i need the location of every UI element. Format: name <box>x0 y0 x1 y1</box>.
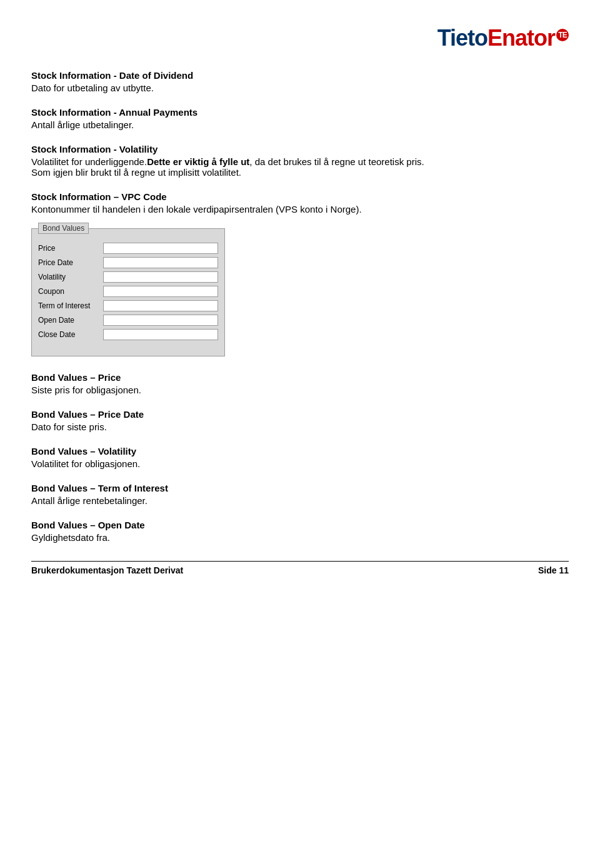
bond-field-price-date: Price Date <box>38 257 218 268</box>
bond-label-coupon: Coupon <box>38 287 101 296</box>
section-body-bond-open-date: Gyldighetsdato fra. <box>31 532 569 543</box>
bond-form: Price Price Date Volatility Coupon Term … <box>38 243 218 340</box>
bond-field-coupon: Coupon <box>38 286 218 297</box>
bond-field-term-of-interest: Term of Interest <box>38 300 218 311</box>
section-body-bond-price: Siste pris for obligasjonen. <box>31 385 569 395</box>
logo-enator: Enator <box>488 25 555 51</box>
bond-field-open-date: Open Date <box>38 315 218 326</box>
logo-badge: TE <box>556 29 569 41</box>
bond-field-volatility: Volatility <box>38 271 218 283</box>
section-title-annual-payments: Stock Information - Annual Payments <box>31 107 569 118</box>
bond-label-close-date: Close Date <box>38 330 101 339</box>
company-logo: TietoEnatorTE <box>438 25 569 51</box>
bond-values-box: Bond Values Price Price Date Volatility … <box>31 228 225 356</box>
section-title-volatility: Stock Information - Volatility <box>31 144 569 154</box>
bond-input-volatility[interactable] <box>103 271 218 283</box>
section-body-date-of-dividend: Dato for utbetaling av utbytte. <box>31 83 569 93</box>
section-bond-price: Bond Values – Price Siste pris for oblig… <box>31 372 569 395</box>
section-body-bond-volatility: Volatilitet for obligasjonen. <box>31 458 569 469</box>
section-body-volatility: Volatilitet for underliggende.Dette er v… <box>31 156 569 167</box>
bond-label-price-date: Price Date <box>38 258 101 267</box>
bond-field-price: Price <box>38 243 218 254</box>
footer-left: Brukerdokumentasjon Tazett Derivat <box>31 565 183 575</box>
section-title-date-of-dividend: Stock Information - Date of Dividend <box>31 70 569 81</box>
section-body-annual-payments: Antall årlige utbetalinger. <box>31 119 569 130</box>
section-date-of-dividend: Stock Information - Date of Dividend Dat… <box>31 70 569 93</box>
volatility-bold: Dette er viktig å fylle ut <box>147 156 249 167</box>
bond-input-open-date[interactable] <box>103 315 218 326</box>
section-title-bond-volatility: Bond Values – Volatility <box>31 446 569 457</box>
bond-label-volatility: Volatility <box>38 273 101 281</box>
section-title-bond-open-date: Bond Values – Open Date <box>31 520 569 530</box>
section-body-vpc-code: Kontonummer til handelen i den lokale ve… <box>31 204 569 214</box>
section-title-bond-price: Bond Values – Price <box>31 372 569 383</box>
logo-area: TietoEnatorTE <box>31 25 569 51</box>
bond-label-term-of-interest: Term of Interest <box>38 301 101 310</box>
section-title-bond-price-date: Bond Values – Price Date <box>31 409 569 420</box>
footer-right: Side 11 <box>538 565 569 575</box>
bond-input-price-date[interactable] <box>103 257 218 268</box>
bond-input-term-of-interest[interactable] <box>103 300 218 311</box>
bond-input-price[interactable] <box>103 243 218 254</box>
section-bond-price-date: Bond Values – Price Date Dato for siste … <box>31 409 569 432</box>
bond-values-legend: Bond Values <box>38 223 89 234</box>
section-body-bond-price-date: Dato for siste pris. <box>31 421 569 432</box>
section-bond-term-of-interest: Bond Values – Term of Interest Antall år… <box>31 483 569 506</box>
logo-tieto: Tieto <box>438 25 488 51</box>
bond-label-price: Price <box>38 244 101 253</box>
bond-label-open-date: Open Date <box>38 316 101 325</box>
section-title-vpc-code: Stock Information – VPC Code <box>31 191 569 202</box>
section-annual-payments: Stock Information - Annual Payments Anta… <box>31 107 569 130</box>
section-title-bond-term-of-interest: Bond Values – Term of Interest <box>31 483 569 493</box>
section-body-volatility-line2: Som igjen blir brukt til å regne ut impl… <box>31 167 569 178</box>
volatility-suffix: , da det brukes til å regne ut teoretisk… <box>249 156 424 167</box>
section-bond-open-date: Bond Values – Open Date Gyldighetsdato f… <box>31 520 569 543</box>
section-body-bond-term-of-interest: Antall årlige rentebetalinger. <box>31 495 569 506</box>
section-volatility: Stock Information - Volatility Volatilit… <box>31 144 569 178</box>
bond-input-close-date[interactable] <box>103 329 218 340</box>
section-vpc-code: Stock Information – VPC Code Kontonummer… <box>31 191 569 214</box>
bond-field-close-date: Close Date <box>38 329 218 340</box>
page-footer: Brukerdokumentasjon Tazett Derivat Side … <box>31 561 569 575</box>
volatility-prefix: Volatilitet for underliggende. <box>31 156 147 167</box>
section-bond-volatility: Bond Values – Volatility Volatilitet for… <box>31 446 569 469</box>
bond-input-coupon[interactable] <box>103 286 218 297</box>
